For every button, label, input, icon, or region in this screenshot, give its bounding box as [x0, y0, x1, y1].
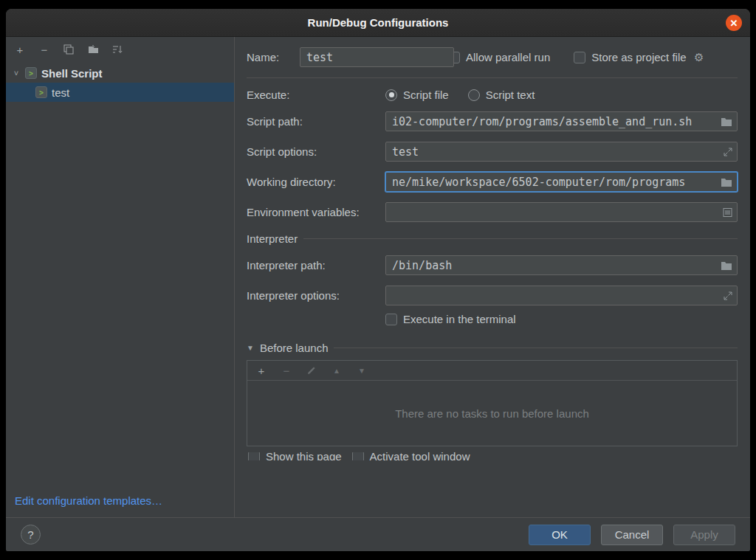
execute-label: Execute: — [247, 89, 385, 101]
activate-tool-window-checkbox[interactable] — [352, 452, 364, 460]
folder-icon[interactable] — [721, 117, 732, 126]
interpreter-options-input[interactable] — [385, 286, 738, 305]
folder-icon[interactable] — [721, 260, 732, 270]
script-text-option[interactable]: Script text — [468, 89, 535, 101]
tree-item-label: test — [52, 86, 69, 99]
help-button[interactable]: ? — [21, 525, 41, 545]
store-as-project-file-checkbox[interactable] — [574, 52, 585, 63]
show-this-page-option[interactable]: Show this page — [248, 452, 342, 460]
before-launch-toolbar: + − ▲ ▼ — [247, 361, 737, 381]
activate-tool-window-option[interactable]: Activate tool window — [352, 452, 470, 460]
environment-variables-label: Environment variables: — [247, 206, 385, 218]
save-configuration-icon[interactable] — [86, 44, 100, 55]
script-text-radio[interactable] — [468, 89, 480, 101]
environment-variables-input[interactable] — [385, 202, 738, 222]
interpreter-options-row: Interpreter options: — [247, 286, 738, 305]
interpreter-options-label: Interpreter options: — [247, 289, 385, 302]
section-divider — [334, 348, 738, 348]
tree-item-test[interactable]: > test — [6, 83, 234, 102]
browse-variables-icon[interactable] — [723, 207, 732, 217]
script-file-label: Script file — [403, 89, 449, 101]
cancel-button[interactable]: Cancel — [601, 525, 663, 545]
allow-parallel-run-option[interactable]: Allow parallel run — [448, 51, 550, 63]
before-launch-empty-text: There are no tasks to run before launch — [247, 381, 737, 446]
show-this-page-label: Show this page — [266, 452, 342, 460]
name-label: Name: — [247, 51, 300, 63]
execute-in-terminal-checkbox[interactable] — [385, 314, 397, 325]
chevron-down-icon[interactable]: ˅ — [12, 69, 21, 77]
tree-group-shell-script[interactable]: ˅ > Shell Script — [6, 63, 234, 83]
shell-script-icon: > — [25, 67, 37, 79]
script-options-input[interactable] — [385, 142, 738, 162]
script-text-label: Script text — [486, 89, 535, 101]
activate-tool-window-label: Activate tool window — [370, 452, 470, 460]
sidebar-toolbar: + − — [6, 37, 234, 62]
working-directory-input[interactable] — [385, 172, 738, 192]
name-row: Name: Allow parallel run Store as projec… — [247, 47, 738, 67]
environment-variables-row: Environment variables: — [247, 202, 738, 222]
show-this-page-checkbox[interactable] — [248, 452, 260, 460]
before-launch-panel: + − ▲ ▼ There are no tasks to run before… — [247, 360, 738, 446]
interpreter-path-row: Interpreter path: — [247, 255, 738, 275]
remove-task-icon[interactable]: − — [280, 364, 293, 377]
execute-row: Execute: Script file Script text — [247, 89, 738, 101]
shell-script-icon: > — [35, 86, 47, 98]
dialog-footer: ? OK Cancel Apply — [6, 517, 750, 551]
working-directory-row: Working directory: — [247, 172, 738, 192]
script-file-option[interactable]: Script file — [385, 89, 449, 101]
store-as-project-file-option[interactable]: Store as project file ⚙ — [574, 51, 705, 64]
collapse-arrow-icon[interactable]: ▼ — [247, 344, 254, 352]
edit-task-icon[interactable] — [305, 366, 318, 375]
clipped-options-row: Show this page Activate tool window — [247, 452, 738, 460]
close-icon[interactable]: ✕ — [726, 15, 742, 31]
script-path-label: Script path: — [247, 115, 385, 128]
move-down-icon[interactable]: ▼ — [355, 367, 368, 375]
configuration-form: Name: Allow parallel run Store as projec… — [235, 37, 750, 517]
edit-configuration-templates-link[interactable]: Edit configuration templates… — [6, 487, 234, 517]
add-configuration-icon[interactable]: + — [13, 44, 27, 56]
interpreter-path-input[interactable] — [385, 255, 738, 275]
script-file-radio[interactable] — [385, 89, 397, 101]
script-path-input[interactable] — [385, 111, 738, 131]
add-task-icon[interactable]: + — [255, 364, 268, 377]
tree-group-label: Shell Script — [41, 67, 103, 80]
apply-button[interactable]: Apply — [673, 525, 735, 545]
script-options-label: Script options: — [247, 145, 385, 158]
interpreter-path-label: Interpreter path: — [247, 259, 385, 272]
execute-in-terminal-option[interactable]: Execute in the terminal — [385, 313, 516, 325]
remove-configuration-icon[interactable]: − — [38, 44, 51, 56]
script-options-row: Script options: — [247, 142, 738, 162]
separator — [247, 77, 738, 78]
store-as-project-file-label: Store as project file — [591, 51, 686, 63]
configurations-tree: ˅ > Shell Script > test — [6, 62, 234, 102]
script-path-row: Script path: — [247, 111, 738, 131]
ok-button[interactable]: OK — [529, 525, 591, 545]
before-launch-label: Before launch — [260, 342, 329, 354]
interpreter-section-header: Interpreter — [247, 232, 738, 245]
title-bar: Run/Debug Configurations ✕ — [6, 9, 750, 37]
before-launch-header[interactable]: ▼ Before launch — [247, 342, 738, 354]
allow-parallel-run-label: Allow parallel run — [466, 51, 550, 63]
copy-configuration-icon[interactable] — [62, 44, 75, 55]
expand-icon[interactable] — [724, 148, 732, 156]
move-up-icon[interactable]: ▲ — [330, 367, 343, 375]
dialog-title: Run/Debug Configurations — [308, 16, 449, 29]
name-input[interactable] — [300, 47, 454, 67]
working-directory-label: Working directory: — [247, 176, 385, 188]
execute-in-terminal-row: Execute in the terminal — [247, 313, 738, 325]
section-divider — [303, 238, 738, 239]
run-debug-configurations-dialog: Run/Debug Configurations ✕ + − ˅ — [6, 9, 750, 551]
sort-configurations-icon[interactable] — [111, 44, 124, 55]
expand-icon[interactable] — [724, 291, 732, 300]
execute-in-terminal-label: Execute in the terminal — [403, 313, 516, 325]
configurations-sidebar: + − ˅ > Shell Script > — [6, 37, 235, 517]
interpreter-section-label: Interpreter — [247, 232, 298, 245]
folder-icon[interactable] — [721, 177, 732, 187]
gear-icon[interactable]: ⚙ — [693, 51, 706, 64]
